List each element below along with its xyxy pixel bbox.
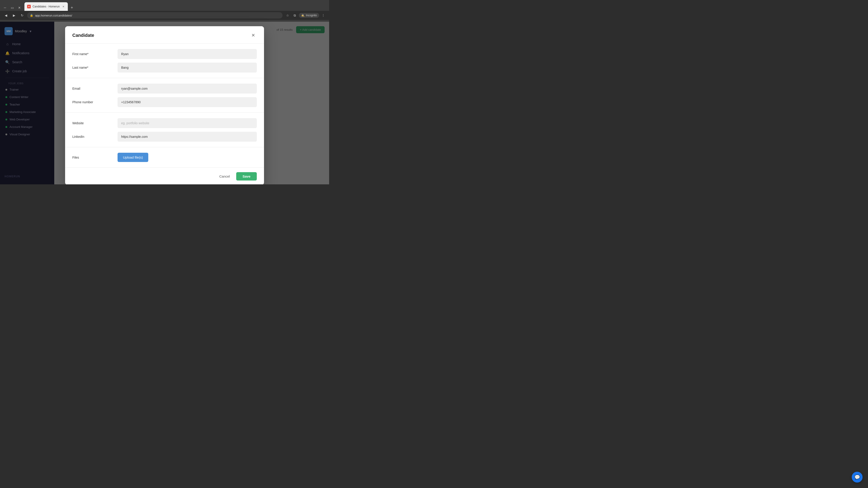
forward-button[interactable]: ▶ [11,12,17,19]
phone-label: Phone number [72,100,118,104]
modal-header: Candidate ✕ [65,26,264,43]
files-row: Files Upload file(s) [72,153,257,162]
last-name-row: Last name* [72,63,257,72]
name-section: First name* Last name* [65,43,264,78]
browser-chrome: ─ ▭ ✕ H Candidates · Homerun ✕ + ◀ ▶ ↻ 🔒… [0,0,329,22]
last-name-input[interactable] [118,63,257,72]
address-bar[interactable]: 🔒 app.homerun.co/candidates/ [27,12,283,19]
candidate-modal: Candidate ✕ First name* Last name* [65,26,264,184]
reload-button[interactable]: ↻ [19,12,25,19]
tab-close-button[interactable]: ✕ [61,5,65,8]
phone-input[interactable] [118,97,257,107]
linkedin-input[interactable] [118,132,257,142]
maximize-button[interactable]: ▭ [9,4,16,11]
email-row: Email [72,84,257,94]
modal-overlay: Candidate ✕ First name* Last name* [0,22,329,184]
modal-body: First name* Last name* Email Ph [65,43,264,167]
close-icon: ✕ [251,33,255,38]
browser-window-controls: ─ ▭ ✕ [2,4,23,11]
files-label: Files [72,156,118,159]
menu-button[interactable]: ⋮ [320,12,327,19]
website-row: Website [72,118,257,128]
website-label: Website [72,121,118,125]
website-input[interactable] [118,118,257,128]
modal-title: Candidate [72,33,94,38]
first-name-row: First name* [72,49,257,59]
first-name-label: First name* [72,52,118,56]
phone-row: Phone number [72,97,257,107]
tab-view-button[interactable]: ⧉ [291,12,298,19]
address-text: app.homerun.co/candidates/ [35,14,72,17]
active-tab[interactable]: H Candidates · Homerun ✕ [24,2,68,11]
email-label: Email [72,87,118,90]
save-button[interactable]: Save [236,172,257,181]
back-button[interactable]: ◀ [3,12,9,19]
close-window-button[interactable]: ✕ [16,4,23,11]
tab-bar: ─ ▭ ✕ H Candidates · Homerun ✕ + [0,0,329,11]
app-area: MM Moodley ▾ ⌂ Home 🔔 Notifications 🔍 Se… [0,22,329,184]
cancel-button[interactable]: Cancel [216,172,234,181]
contact-section: Email Phone number [65,78,264,113]
modal-footer: Cancel Save [65,167,264,184]
email-input[interactable] [118,84,257,94]
first-name-input[interactable] [118,49,257,59]
tab-favicon: H [27,5,31,8]
tab-title: Candidates · Homerun [33,5,60,8]
address-bar-row: ◀ ▶ ↻ 🔒 app.homerun.co/candidates/ ☆ ⧉ 🕵… [0,11,329,20]
upload-files-button[interactable]: Upload file(s) [118,153,148,162]
last-name-label: Last name* [72,66,118,69]
bookmark-button[interactable]: ☆ [284,12,291,19]
linkedin-label: LinkedIn [72,135,118,138]
browser-actions: ☆ ⧉ 🕵 Incognito ⋮ [284,12,327,19]
files-section: Files Upload file(s) [65,147,264,167]
new-tab-button[interactable]: + [69,4,75,11]
incognito-badge: 🕵 Incognito [299,13,319,18]
linkedin-row: LinkedIn [72,132,257,142]
online-section: Website LinkedIn [65,113,264,147]
minimize-button[interactable]: ─ [2,4,8,11]
modal-close-button[interactable]: ✕ [250,32,257,39]
